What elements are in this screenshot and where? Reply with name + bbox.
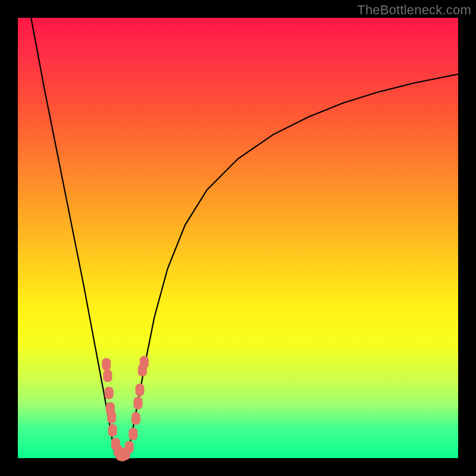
data-marker	[131, 412, 140, 424]
chart-frame: TheBottleneck.com	[0, 0, 476, 476]
data-marker	[136, 384, 144, 396]
data-marker	[134, 397, 142, 409]
plot-area	[18, 18, 458, 458]
curve-path	[31, 18, 458, 456]
data-marker	[108, 411, 116, 423]
data-marker	[129, 428, 137, 440]
data-marker	[140, 356, 148, 368]
marker-cluster	[102, 356, 149, 461]
data-marker	[125, 441, 133, 453]
data-marker	[105, 387, 113, 399]
data-marker	[104, 370, 112, 382]
data-marker	[108, 424, 117, 436]
bottleneck-curve	[18, 18, 458, 458]
watermark-text: TheBottleneck.com	[357, 2, 471, 18]
data-marker	[102, 358, 111, 370]
